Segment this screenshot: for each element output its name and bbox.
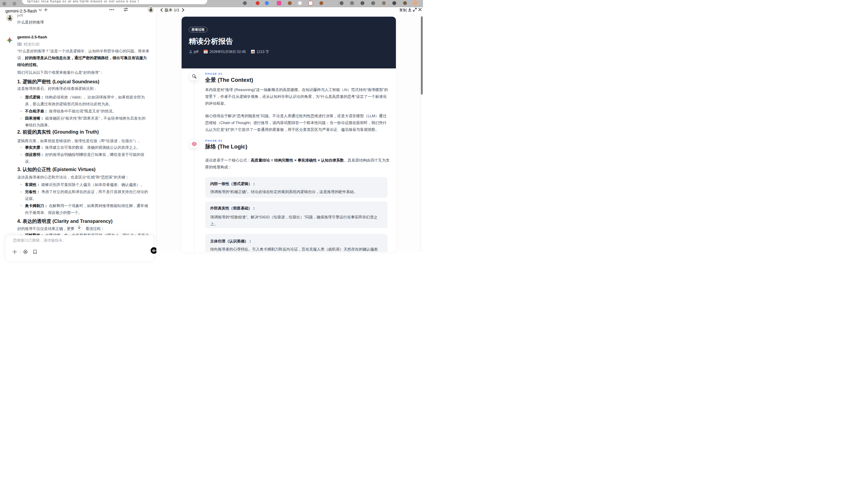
svg-text:17: 17 <box>205 51 207 53</box>
